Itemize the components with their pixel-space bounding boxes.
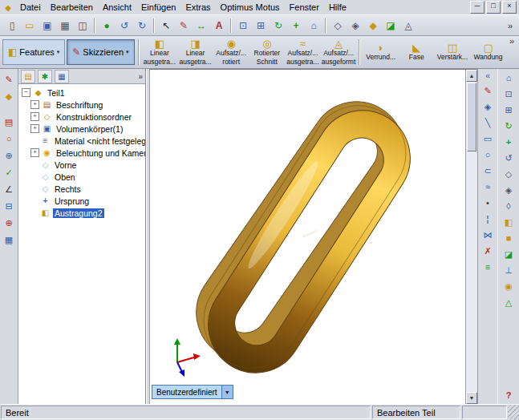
collapse-panel-chevron[interactable]: « [485, 71, 490, 82]
expand-icon[interactable]: + [30, 148, 39, 157]
sketch-icon[interactable]: ✎ [480, 83, 496, 98]
pan-icon[interactable]: + [287, 17, 305, 34]
configurationmanager-tab-icon[interactable]: ▦ [55, 70, 69, 83]
rotate-view-icon[interactable]: ↻ [270, 17, 287, 34]
zoom-area-icon[interactable]: ⊞ [501, 103, 517, 117]
shaded-icon[interactable]: ◆ [364, 17, 382, 34]
shaded-with-edges-icon[interactable]: ◧ [501, 215, 517, 229]
view-orientation-selector[interactable]: Benutzerdefiniert ▼ [152, 385, 233, 399]
section-view-icon[interactable]: ◪ [382, 17, 399, 34]
menu-bearbeiten[interactable]: Bearbeiten [46, 2, 98, 13]
circle-icon[interactable]: ○ [480, 147, 496, 162]
smart-dimension-icon[interactable]: ◈ [480, 99, 496, 114]
shell-button[interactable]: ▢ Wandung [470, 36, 506, 68]
hidden-lines-removed-icon[interactable]: ◊ [501, 199, 517, 213]
tree-item-austragung2[interactable]: ◧ Austragung2 [20, 207, 145, 219]
normal-to-icon[interactable]: ⊥ [501, 263, 517, 277]
mirror-icon[interactable]: ⋈ [480, 228, 496, 242]
surface-finish-icon[interactable]: ✓ [2, 165, 17, 180]
menu-hilfe[interactable]: Hilfe [324, 2, 351, 13]
revolved-boss-button[interactable]: ◉ Aufsatz/... rotiert [213, 36, 249, 68]
dimension-tool-icon[interactable]: ◆ [2, 89, 17, 103]
help-icon[interactable]: ? [501, 388, 517, 402]
dimension-icon[interactable]: ↔ [193, 17, 210, 34]
redo-icon[interactable]: ↻ [133, 17, 151, 34]
save-icon[interactable]: ▣ [39, 17, 56, 34]
swept-boss-button[interactable]: ≈ Aufsatz/... ausgetra... [285, 36, 321, 68]
expand-icon[interactable]: + [30, 100, 39, 109]
select-icon[interactable]: ↖ [157, 17, 175, 34]
menu-datei[interactable]: Datei [15, 2, 46, 13]
extruded-cut-button[interactable]: ◨ Linear ausgetra... [177, 36, 213, 68]
annotation-icon[interactable]: A [210, 17, 228, 34]
rib-button[interactable]: ◫ Verstärk... [435, 36, 471, 68]
hidden-lines-visible-icon[interactable]: ◈ [501, 183, 517, 197]
wireframe-icon[interactable]: ◇ [501, 167, 517, 181]
offset-icon[interactable]: ≡ [480, 260, 496, 274]
features-tab[interactable]: ◧ Features ▾ [2, 39, 65, 65]
undo-icon[interactable]: ↺ [116, 17, 133, 34]
shaded-icon[interactable]: ■ [501, 231, 517, 245]
fillet-button[interactable]: ◗ Verrund... [363, 36, 399, 68]
tree-item-material[interactable]: ≡ Material <nicht festgelegt> [20, 135, 145, 147]
panel-overflow-chevron[interactable]: » [138, 72, 143, 81]
menu-fenster[interactable]: Fenster [285, 2, 324, 13]
pan-icon[interactable]: + [501, 135, 517, 149]
print-icon[interactable]: ▦ [56, 17, 74, 34]
tree-item-beschriftung[interactable]: + ▤ Beschriftung [20, 99, 145, 111]
tree-item-oben[interactable]: ◇ Oben [20, 171, 145, 183]
design-table-icon[interactable]: ▦ [2, 232, 17, 247]
viewport-canvas[interactable]: Benutzerdefiniert ▼ [150, 70, 465, 404]
zoom-area-icon[interactable]: ⊞ [252, 17, 270, 34]
hidden-lines-icon[interactable]: ◈ [347, 17, 364, 34]
featuremanager-tab-icon[interactable]: ▤ [21, 70, 35, 83]
restore-button[interactable]: □ [486, 1, 501, 14]
chevron-down-icon[interactable]: ▾ [57, 49, 60, 55]
perspective-icon[interactable]: ◬ [399, 17, 417, 34]
chamfer-button[interactable]: ◣ Fase [399, 36, 435, 68]
rectangle-icon[interactable]: ▭ [480, 131, 496, 146]
propertymanager-tab-icon[interactable]: ✱ [38, 70, 52, 83]
expand-icon[interactable]: + [30, 124, 39, 133]
rebuild-icon[interactable]: ● [98, 17, 116, 34]
tree-item-beleuchtung-und-kameras[interactable]: + ◉ Beleuchtung und Kameras [20, 147, 145, 159]
previous-view-icon[interactable]: ↺ [501, 151, 517, 165]
close-button[interactable]: × [502, 1, 517, 14]
appearance-icon[interactable]: ◉ [501, 279, 517, 293]
note-icon[interactable]: ▤ [2, 115, 17, 129]
line-icon[interactable]: ╲ [480, 115, 496, 130]
section-view-icon[interactable]: ◪ [501, 247, 517, 261]
tree-item-ursprung[interactable]: + Ursprung [20, 195, 145, 207]
tree-item-volumenkoerper[interactable]: + ▣ Volumenkörper(1) [20, 123, 145, 135]
point-icon[interactable]: • [480, 196, 496, 210]
revolved-cut-button[interactable]: ◎ Rotierter Schnitt [249, 36, 285, 68]
minimize-button[interactable]: ─ [470, 1, 485, 14]
tree-item-vorne[interactable]: ◇ Vorne [20, 159, 145, 171]
tree-item-teil1[interactable]: − ◆ Teil1 [20, 87, 145, 99]
expand-icon[interactable]: + [30, 112, 39, 121]
scroll-down-icon[interactable]: ▼ [466, 392, 477, 404]
rotate-view-icon[interactable]: ↻ [501, 119, 517, 133]
chevron-down-icon[interactable]: ▾ [126, 49, 129, 55]
datum-feature-icon[interactable]: ⊟ [2, 199, 17, 213]
menu-ansicht[interactable]: Ansicht [98, 2, 136, 13]
skizzieren-tab[interactable]: ✎ Skizzieren ▾ [67, 39, 134, 65]
zoom-fit-icon[interactable]: ⊡ [501, 87, 517, 101]
toolbar-overflow-chevron[interactable]: » [505, 21, 516, 30]
menu-einfuegen[interactable]: Einfügen [136, 2, 180, 13]
extruded-boss-button[interactable]: ◧ Linear ausgetra... [142, 36, 178, 68]
collapse-icon[interactable]: − [22, 88, 30, 97]
arc-icon[interactable]: ⊂ [480, 164, 496, 178]
scrollbar-thumb[interactable] [467, 83, 476, 151]
scrollbar-track[interactable] [466, 82, 477, 392]
viewport-scrollbar[interactable]: ▲ ▼ [465, 70, 477, 404]
scroll-up-icon[interactable]: ▲ [466, 70, 477, 82]
menu-optimus-motus[interactable]: Optimus Motus [216, 2, 285, 13]
center-mark-icon[interactable]: ⊕ [2, 216, 17, 230]
balloon-icon[interactable]: ○ [2, 131, 17, 146]
toolbar-overflow-chevron[interactable]: » [506, 36, 517, 68]
resize-grip[interactable] [508, 405, 519, 420]
standard-views-icon[interactable]: ⌂ [305, 17, 322, 34]
wireframe-icon[interactable]: ◇ [329, 17, 347, 34]
print-preview-icon[interactable]: ◫ [74, 17, 91, 34]
